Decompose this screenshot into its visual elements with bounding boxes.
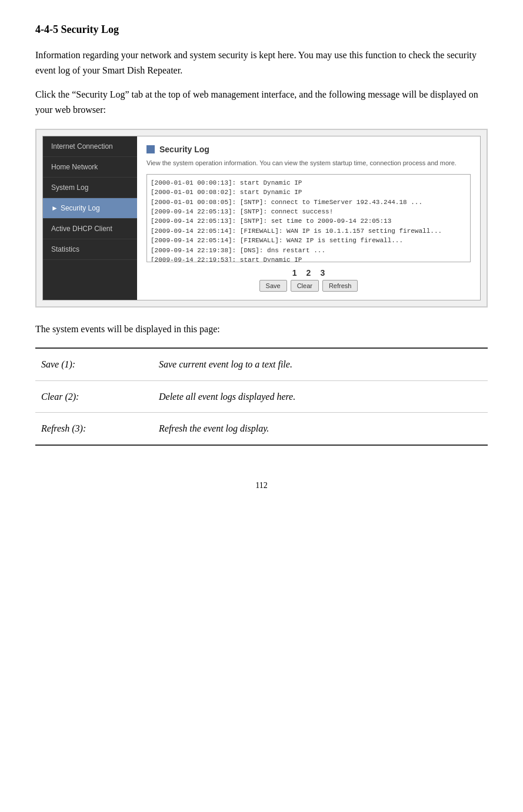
sidebar: Internet Connection Home Network System … (43, 136, 137, 300)
button-group: Save Clear Refresh (146, 280, 471, 292)
table-row: Refresh (3):Refresh the event log displa… (35, 413, 488, 445)
sidebar-item-label: Statistics (51, 245, 79, 253)
sidebar-item-label: Internet Connection (51, 142, 113, 151)
intro-paragraph-2: Click the “Security Log” tab at the top … (35, 87, 488, 117)
save-button[interactable]: Save (259, 280, 287, 292)
sidebar-item-active-dhcp[interactable]: Active DHCP Client (43, 219, 137, 239)
screenshot-box: Internet Connection Home Network System … (35, 129, 488, 308)
sidebar-item-label: System Log (51, 183, 88, 192)
info-table: Save (1):Save current event log to a tex… (35, 347, 488, 446)
sidebar-item-security-log[interactable]: ► Security Log (43, 198, 137, 219)
content-title: Security Log (159, 145, 209, 154)
sidebar-item-label: Security Log (61, 204, 100, 212)
screenshot-inner: Internet Connection Home Network System … (42, 136, 481, 300)
table-row: Clear (2):Delete all event logs displaye… (35, 380, 488, 413)
intro-paragraph-1: Information regarding your network and s… (35, 48, 488, 78)
security-log-icon (146, 145, 155, 153)
arrow-icon: ► (51, 204, 58, 212)
page-title: 4-4-5 Security Log (35, 24, 488, 36)
content-header: Security Log (146, 145, 471, 154)
table-definition: Refresh the event log display. (153, 413, 488, 445)
refresh-button[interactable]: Refresh (322, 280, 358, 292)
table-term: Refresh (3): (35, 413, 153, 445)
table-term: Save (1): (35, 348, 153, 380)
sidebar-item-home-network[interactable]: Home Network (43, 157, 137, 178)
table-row: Save (1):Save current event log to a tex… (35, 348, 488, 380)
button-number-3: 3 (320, 268, 325, 278)
table-definition: Delete all event logs displayed here. (153, 380, 488, 413)
sidebar-item-statistics[interactable]: Statistics (43, 239, 137, 260)
numbers-row: 1 2 3 (146, 268, 471, 278)
clear-button[interactable]: Clear (291, 280, 319, 292)
sidebar-item-system-log[interactable]: System Log (43, 178, 137, 198)
table-definition: Save current event log to a text file. (153, 348, 488, 380)
table-term: Clear (2): (35, 380, 153, 413)
desc-paragraph: The system events will be displayed in t… (35, 322, 488, 337)
button-number-1: 1 (292, 268, 297, 278)
sidebar-item-internet-connection[interactable]: Internet Connection (43, 136, 137, 157)
sidebar-item-label: Home Network (51, 163, 98, 171)
button-number-2: 2 (307, 268, 311, 278)
page-number: 112 (35, 481, 488, 490)
log-box[interactable]: [2000-01-01 00:00:13]: start Dynamic IP[… (146, 174, 471, 262)
sidebar-item-label: Active DHCP Client (51, 225, 112, 233)
content-description: View the system operation information. Y… (146, 159, 471, 168)
main-content: Security Log View the system operation i… (137, 136, 480, 300)
